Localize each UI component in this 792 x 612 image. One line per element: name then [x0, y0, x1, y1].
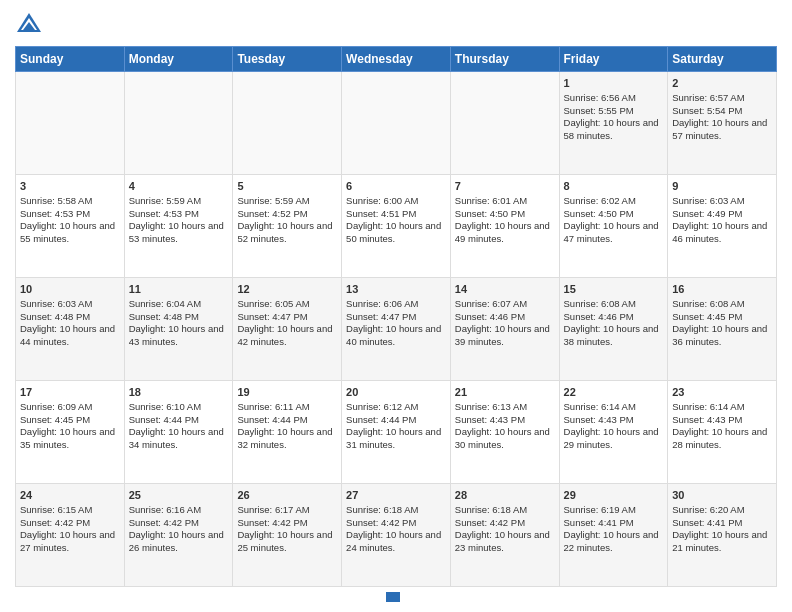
day-cell: 1Sunrise: 6:56 AMSunset: 5:55 PMDaylight… [559, 72, 668, 175]
day-info: Sunrise: 6:09 AM [20, 401, 120, 414]
day-cell: 8Sunrise: 6:02 AMSunset: 4:50 PMDaylight… [559, 175, 668, 278]
day-info: Daylight: 10 hours and 25 minutes. [237, 529, 337, 555]
week-row-4: 24Sunrise: 6:15 AMSunset: 4:42 PMDayligh… [16, 484, 777, 587]
day-cell [16, 72, 125, 175]
header [15, 10, 777, 38]
day-info: Daylight: 10 hours and 31 minutes. [346, 426, 446, 452]
day-info: Sunset: 4:50 PM [455, 208, 555, 221]
day-cell: 27Sunrise: 6:18 AMSunset: 4:42 PMDayligh… [342, 484, 451, 587]
day-number: 24 [20, 488, 120, 503]
day-info: Daylight: 10 hours and 52 minutes. [237, 220, 337, 246]
day-number: 6 [346, 179, 446, 194]
day-cell: 20Sunrise: 6:12 AMSunset: 4:44 PMDayligh… [342, 381, 451, 484]
day-cell: 17Sunrise: 6:09 AMSunset: 4:45 PMDayligh… [16, 381, 125, 484]
page: SundayMondayTuesdayWednesdayThursdayFrid… [0, 0, 792, 612]
day-info: Daylight: 10 hours and 42 minutes. [237, 323, 337, 349]
day-info: Sunset: 4:45 PM [672, 311, 772, 324]
day-info: Daylight: 10 hours and 38 minutes. [564, 323, 664, 349]
day-number: 25 [129, 488, 229, 503]
header-col-wednesday: Wednesday [342, 47, 451, 72]
day-info: Sunrise: 6:20 AM [672, 504, 772, 517]
week-row-2: 10Sunrise: 6:03 AMSunset: 4:48 PMDayligh… [16, 278, 777, 381]
day-info: Sunset: 4:49 PM [672, 208, 772, 221]
day-number: 23 [672, 385, 772, 400]
week-row-3: 17Sunrise: 6:09 AMSunset: 4:45 PMDayligh… [16, 381, 777, 484]
day-info: Sunset: 4:43 PM [564, 414, 664, 427]
day-info: Daylight: 10 hours and 58 minutes. [564, 117, 664, 143]
day-cell: 21Sunrise: 6:13 AMSunset: 4:43 PMDayligh… [450, 381, 559, 484]
day-info: Sunrise: 5:58 AM [20, 195, 120, 208]
day-info: Sunset: 4:46 PM [455, 311, 555, 324]
day-info: Daylight: 10 hours and 34 minutes. [129, 426, 229, 452]
day-info: Sunset: 4:50 PM [564, 208, 664, 221]
day-info: Sunrise: 6:56 AM [564, 92, 664, 105]
header-col-friday: Friday [559, 47, 668, 72]
day-info: Daylight: 10 hours and 28 minutes. [672, 426, 772, 452]
day-info: Sunrise: 6:57 AM [672, 92, 772, 105]
day-cell: 19Sunrise: 6:11 AMSunset: 4:44 PMDayligh… [233, 381, 342, 484]
day-cell: 16Sunrise: 6:08 AMSunset: 4:45 PMDayligh… [668, 278, 777, 381]
header-col-tuesday: Tuesday [233, 47, 342, 72]
day-cell: 13Sunrise: 6:06 AMSunset: 4:47 PMDayligh… [342, 278, 451, 381]
day-info: Daylight: 10 hours and 24 minutes. [346, 529, 446, 555]
day-info: Sunrise: 6:13 AM [455, 401, 555, 414]
day-info: Daylight: 10 hours and 27 minutes. [20, 529, 120, 555]
day-info: Sunrise: 6:04 AM [129, 298, 229, 311]
day-number: 1 [564, 76, 664, 91]
day-info: Daylight: 10 hours and 53 minutes. [129, 220, 229, 246]
day-cell [342, 72, 451, 175]
day-info: Sunset: 4:44 PM [237, 414, 337, 427]
day-number: 7 [455, 179, 555, 194]
day-info: Sunrise: 5:59 AM [129, 195, 229, 208]
day-number: 15 [564, 282, 664, 297]
day-info: Sunset: 4:42 PM [20, 517, 120, 530]
calendar-table: SundayMondayTuesdayWednesdayThursdayFrid… [15, 46, 777, 587]
day-info: Sunrise: 6:19 AM [564, 504, 664, 517]
day-cell: 11Sunrise: 6:04 AMSunset: 4:48 PMDayligh… [124, 278, 233, 381]
calendar-body: 1Sunrise: 6:56 AMSunset: 5:55 PMDaylight… [16, 72, 777, 587]
day-info: Sunset: 4:42 PM [129, 517, 229, 530]
day-info: Sunrise: 6:14 AM [672, 401, 772, 414]
week-row-0: 1Sunrise: 6:56 AMSunset: 5:55 PMDaylight… [16, 72, 777, 175]
day-info: Daylight: 10 hours and 22 minutes. [564, 529, 664, 555]
day-info: Sunrise: 6:07 AM [455, 298, 555, 311]
day-info: Daylight: 10 hours and 26 minutes. [129, 529, 229, 555]
day-number: 26 [237, 488, 337, 503]
day-cell: 14Sunrise: 6:07 AMSunset: 4:46 PMDayligh… [450, 278, 559, 381]
day-info: Sunset: 4:42 PM [455, 517, 555, 530]
day-cell: 5Sunrise: 5:59 AMSunset: 4:52 PMDaylight… [233, 175, 342, 278]
day-cell: 15Sunrise: 6:08 AMSunset: 4:46 PMDayligh… [559, 278, 668, 381]
day-number: 12 [237, 282, 337, 297]
day-info: Sunset: 4:51 PM [346, 208, 446, 221]
day-number: 22 [564, 385, 664, 400]
day-info: Daylight: 10 hours and 36 minutes. [672, 323, 772, 349]
day-info: Daylight: 10 hours and 21 minutes. [672, 529, 772, 555]
day-info: Sunrise: 5:59 AM [237, 195, 337, 208]
day-number: 21 [455, 385, 555, 400]
day-info: Daylight: 10 hours and 44 minutes. [20, 323, 120, 349]
day-info: Sunset: 4:53 PM [129, 208, 229, 221]
day-cell: 4Sunrise: 5:59 AMSunset: 4:53 PMDaylight… [124, 175, 233, 278]
day-info: Sunset: 5:54 PM [672, 105, 772, 118]
day-cell: 10Sunrise: 6:03 AMSunset: 4:48 PMDayligh… [16, 278, 125, 381]
day-info: Daylight: 10 hours and 23 minutes. [455, 529, 555, 555]
day-info: Sunrise: 6:17 AM [237, 504, 337, 517]
day-cell: 6Sunrise: 6:00 AMSunset: 4:51 PMDaylight… [342, 175, 451, 278]
day-cell [233, 72, 342, 175]
day-cell: 3Sunrise: 5:58 AMSunset: 4:53 PMDaylight… [16, 175, 125, 278]
day-number: 5 [237, 179, 337, 194]
day-number: 20 [346, 385, 446, 400]
footer-legend-color [386, 592, 400, 602]
day-number: 9 [672, 179, 772, 194]
day-info: Sunset: 4:47 PM [237, 311, 337, 324]
day-info: Daylight: 10 hours and 29 minutes. [564, 426, 664, 452]
day-info: Daylight: 10 hours and 57 minutes. [672, 117, 772, 143]
day-info: Sunset: 4:43 PM [455, 414, 555, 427]
day-info: Daylight: 10 hours and 30 minutes. [455, 426, 555, 452]
day-number: 29 [564, 488, 664, 503]
day-info: Sunrise: 6:03 AM [672, 195, 772, 208]
day-cell: 23Sunrise: 6:14 AMSunset: 4:43 PMDayligh… [668, 381, 777, 484]
logo-icon [15, 10, 43, 38]
day-info: Daylight: 10 hours and 40 minutes. [346, 323, 446, 349]
day-cell: 28Sunrise: 6:18 AMSunset: 4:42 PMDayligh… [450, 484, 559, 587]
